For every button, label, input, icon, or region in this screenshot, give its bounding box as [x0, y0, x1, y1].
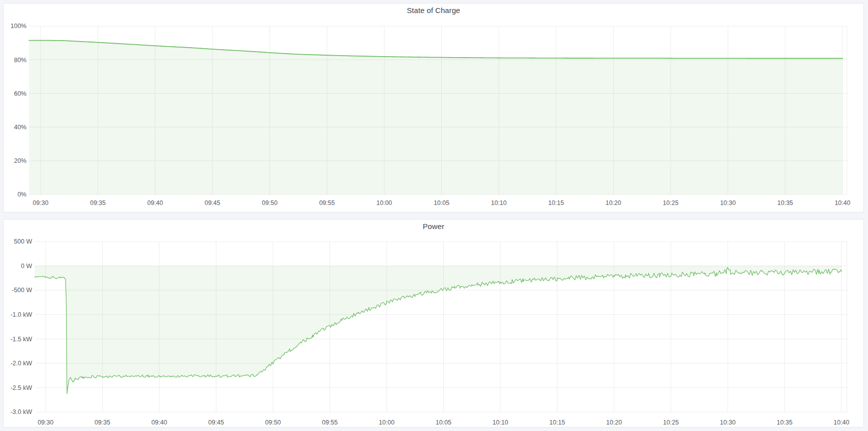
series-area	[29, 41, 842, 194]
x-axis-tick-label: 09:30	[33, 199, 48, 206]
x-axis-tick-label: 09:35	[90, 199, 106, 206]
x-axis-tick-label: 10:30	[720, 199, 736, 206]
x-axis-tick-label: 10:00	[379, 419, 394, 426]
power-chart[interactable]: 500 W0 W-500 W-1.0 kW-1.5 kW-2.0 kW-2.5 …	[4, 220, 863, 427]
panel-state-of-charge: State of Charge 100%80%60%40%20%0%09:300…	[3, 3, 864, 212]
x-axis-tick-label: 09:55	[319, 199, 335, 206]
y-axis-tick-label: -3.0 kW	[11, 408, 32, 415]
x-axis-tick-label: 10:05	[436, 419, 451, 426]
panel-power: Power 500 W0 W-500 W-1.0 kW-1.5 kW-2.0 k…	[3, 219, 864, 427]
x-axis-tick-label: 10:20	[606, 419, 622, 426]
y-axis-tick-label: 0%	[18, 191, 27, 198]
x-axis-tick-label: 10:35	[777, 199, 793, 206]
x-axis-tick-label: 09:35	[95, 419, 110, 426]
x-axis-tick-label: 10:40	[833, 419, 849, 426]
x-axis-tick-label: 09:50	[262, 199, 277, 206]
y-axis-tick-label: -2.0 kW	[11, 360, 32, 367]
x-axis-tick-label: 10:10	[491, 199, 506, 206]
y-axis-tick-label: 80%	[14, 57, 27, 64]
x-axis-tick-label: 10:35	[777, 419, 792, 426]
x-axis-tick-label: 09:50	[265, 419, 280, 426]
x-axis-tick-label: 09:40	[147, 199, 163, 206]
x-axis-tick-label: 10:20	[606, 199, 621, 206]
y-axis-tick-label: -1.5 kW	[11, 336, 32, 343]
y-axis-tick-label: 500 W	[14, 238, 32, 245]
y-axis-tick-label: 20%	[14, 157, 27, 164]
x-axis-tick-label: 10:00	[377, 199, 392, 206]
state-of-charge-chart[interactable]: 100%80%60%40%20%0%09:3009:3509:4009:4509…	[4, 4, 863, 212]
x-axis-tick-label: 09:40	[151, 419, 167, 426]
y-axis-tick-label: -500 W	[12, 287, 32, 294]
x-axis-tick-label: 09:30	[38, 419, 53, 426]
y-axis-tick-label: -1.0 kW	[11, 311, 32, 318]
y-axis-tick-label: 0 W	[21, 263, 32, 270]
x-axis-tick-label: 10:15	[549, 419, 565, 426]
y-axis-tick-label: 60%	[14, 90, 27, 97]
y-axis-tick-label: 40%	[14, 124, 27, 131]
x-axis-tick-label: 10:05	[434, 199, 449, 206]
y-axis-tick-label: 100%	[11, 23, 27, 30]
series-area	[35, 266, 841, 394]
x-axis-tick-label: 09:55	[322, 419, 338, 426]
x-axis-tick-label: 10:30	[720, 419, 735, 426]
x-axis-tick-label: 10:40	[834, 199, 850, 206]
x-axis-tick-label: 10:25	[663, 419, 679, 426]
y-axis-tick-label: -2.5 kW	[11, 384, 32, 391]
x-axis-tick-label: 09:45	[204, 199, 220, 206]
x-axis-tick-label: 09:45	[208, 419, 224, 426]
x-axis-tick-label: 10:15	[548, 199, 564, 206]
x-axis-tick-label: 10:10	[492, 419, 508, 426]
x-axis-tick-label: 10:25	[663, 199, 678, 206]
